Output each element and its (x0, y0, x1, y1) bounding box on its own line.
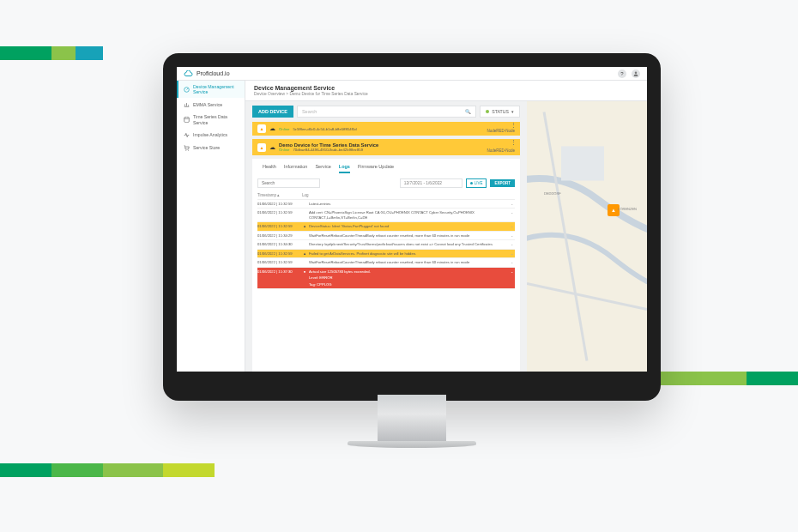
chart-icon (184, 101, 190, 107)
sidebar-item-store[interactable]: Service Store (177, 142, 245, 154)
chevron-down-icon: ⌄ (508, 224, 515, 228)
chevron-down-icon: ⌄ (508, 242, 515, 246)
live-toggle[interactable]: LIVE (466, 178, 487, 188)
col-timestamp[interactable]: Timestamp ▴ (257, 193, 302, 197)
cart-icon (184, 145, 190, 151)
warning-icon (257, 143, 266, 152)
status-dot-icon (486, 110, 489, 113)
device-card[interactable]: ☁ Online5c5f8ee-d6c0-4c54-b1a8-b8e5ff854… (252, 122, 520, 136)
tab-logs[interactable]: Logs (339, 164, 350, 173)
sidebar-item-device-management[interactable]: Device Management Service (177, 81, 245, 98)
tab-information[interactable]: Information (284, 164, 308, 173)
level-icon: ● (302, 269, 307, 274)
log-row[interactable]: 01/06/2022 | 11:32:59WaitForResetRebootC… (257, 258, 515, 267)
location-map[interactable]: DEDDORF LORENZEN (527, 101, 647, 372)
chevron-down-icon: ⌄ (508, 233, 515, 238)
more-icon[interactable]: ⋮ (511, 124, 517, 127)
page-title: Device Management Service (254, 85, 638, 91)
tab-health[interactable]: Health (263, 164, 276, 173)
export-button[interactable]: EXPORT (490, 179, 515, 187)
help-icon[interactable]: ? (618, 70, 626, 78)
col-log[interactable]: Log (302, 193, 515, 197)
chevron-down-icon: ⌄ (508, 210, 515, 215)
level-icon: ▲ (302, 251, 307, 256)
svg-point-2 (184, 118, 190, 119)
gauge-icon (184, 87, 190, 93)
sidebar-item-impulse[interactable]: Impulse Analytics (177, 129, 245, 142)
avatar-icon (633, 71, 638, 76)
log-search-input[interactable] (257, 178, 320, 188)
more-icon[interactable]: ⋮ (511, 142, 517, 144)
log-row[interactable]: 01/06/2022 | 11:34:30Directory /opt/plcn… (257, 240, 515, 249)
tab-firmware[interactable]: Firmware Update (358, 164, 394, 173)
status-dropdown[interactable]: STATUS ▾ (480, 106, 520, 118)
search-icon: 🔍 (465, 109, 471, 114)
sidebar: Device Management Service EMMA Service T… (177, 81, 245, 372)
search-input[interactable]: Search 🔍 (297, 106, 476, 118)
log-row[interactable]: 01/06/2022 | 11:32:59Latest-entries⌄ (257, 200, 515, 209)
map-city-label: LORENZEN (618, 207, 637, 211)
add-device-button[interactable]: ADD DEVICE (252, 106, 293, 118)
sidebar-item-time-series[interactable]: Time Series Data Service (177, 111, 245, 128)
log-row[interactable]: 01/06/2022 | 11:32:59▲DeviceStatus: Iden… (257, 222, 515, 231)
cloud-icon: ☁ (269, 125, 275, 132)
svg-rect-6 (561, 147, 604, 181)
log-row[interactable]: 01/06/2022 | 11:32:59Add cert: CN=Phoeni… (257, 209, 515, 222)
svg-point-4 (188, 150, 189, 151)
chevron-down-icon: ⌄ (508, 260, 515, 264)
log-row[interactable]: 01/06/2022 | 11:34:29WaitForResetRebootC… (257, 232, 515, 240)
tab-service[interactable]: Service (315, 164, 330, 173)
user-icon[interactable] (632, 70, 640, 78)
node-label: NodeRED-Node (487, 148, 515, 153)
chevron-down-icon: ▾ (511, 109, 514, 114)
chevron-down-icon: ⌄ (508, 269, 515, 274)
brand-logo: Proficloud.io (184, 70, 230, 77)
tabs: Health Information Service Logs Firmware… (252, 159, 520, 173)
level-icon: ▲ (302, 224, 307, 228)
warning-icon (257, 124, 266, 133)
date-range-input[interactable] (400, 178, 462, 188)
map-city-label: DEDDORF (544, 191, 561, 196)
chevron-down-icon: ⌄ (508, 251, 515, 256)
page-header: Device Management Service Device Overvie… (245, 81, 647, 101)
log-row[interactable]: 01/06/2022 | 11:37:30●Actual size 125057… (257, 268, 515, 289)
node-label: NodeRED-Node (487, 129, 515, 133)
svg-point-0 (635, 71, 637, 73)
chevron-down-icon: ⌄ (508, 202, 515, 206)
sidebar-item-emma[interactable]: EMMA Service (177, 98, 245, 111)
svg-point-3 (185, 150, 186, 151)
cloud-icon (184, 70, 194, 77)
pulse-icon (184, 132, 190, 138)
log-row[interactable]: 01/06/2022 | 11:32:59▲Failed to get ArDa… (257, 250, 515, 258)
breadcrumb[interactable]: Device Overview > Demo Device for Time S… (254, 92, 638, 96)
device-card-selected[interactable]: ☁ Demo Device for Time Series Data Servi… (252, 139, 520, 155)
cloud-icon: ☁ (269, 144, 275, 151)
database-icon (184, 117, 190, 123)
